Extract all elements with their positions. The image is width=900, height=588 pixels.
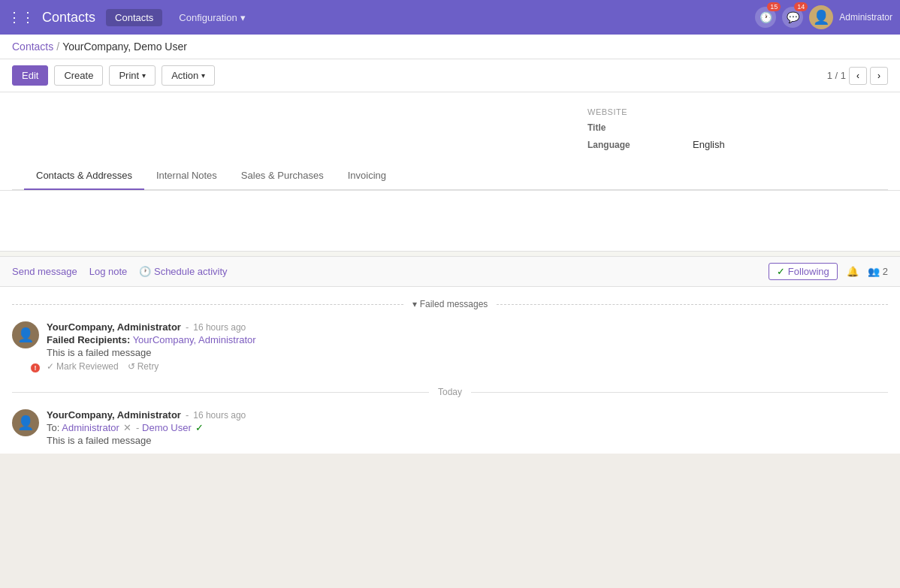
today-divider: Today: [12, 378, 888, 403]
left-form-section: [12, 107, 587, 153]
avatar: 👤: [12, 321, 39, 348]
print-button[interactable]: Print ▾: [109, 65, 156, 86]
message-to-line: To: Administrator ✕ - Demo User ✓: [47, 422, 888, 433]
next-page-button[interactable]: ›: [870, 67, 888, 85]
mark-reviewed-button[interactable]: ✓ Mark Reviewed: [47, 361, 119, 372]
failed-label: Failed Recipients:: [47, 334, 130, 345]
list-item: 👤 YourCompany, Administrator - 16 hours …: [12, 403, 888, 454]
failed-messages-toggle[interactable]: ▾ Failed messages: [403, 299, 497, 309]
message-avatar-container: 👤 !: [12, 321, 39, 372]
message-actions: ✓ Mark Reviewed ↺ Retry: [47, 361, 888, 372]
language-field-row: Language English: [587, 136, 888, 153]
website-label: Website: [587, 107, 888, 116]
breadcrumb-current: YourCompany, Demo User: [62, 41, 187, 53]
chatter-toolbar: Send message Log note 🕐 Schedule activit…: [0, 257, 900, 287]
message-content-2: YourCompany, Administrator - 16 hours ag…: [47, 409, 888, 448]
app-grid-icon[interactable]: ⋮⋮: [8, 9, 35, 26]
failed-messages-divider: ▾ Failed messages: [12, 287, 888, 315]
message-text: This is a failed message: [47, 347, 888, 358]
chevron-down-icon: ▾: [412, 299, 417, 309]
page-info: 1 / 1: [827, 70, 846, 81]
form-fields-row: Website Title Language English: [12, 101, 888, 156]
tab-contacts-addresses[interactable]: Contacts & Addresses: [24, 162, 144, 190]
form-header: Website Title Language English Contacts …: [0, 92, 900, 191]
toolbar: Edit Create Print ▾ Action ▾ 1 / 1 ‹ ›: [0, 59, 900, 92]
following-button[interactable]: ✓ Following: [769, 263, 838, 280]
error-badge-icon: !: [30, 363, 41, 373]
retry-button[interactable]: ↺ Retry: [128, 361, 159, 372]
breadcrumb-separator: /: [56, 41, 59, 53]
top-navigation: ⋮⋮ Contacts Contacts Configuration ▾ 🕐 1…: [0, 0, 900, 35]
retry-icon: ↺: [128, 361, 135, 372]
message-header-2: YourCompany, Administrator - 16 hours ag…: [47, 409, 888, 421]
clock-schedule-icon: 🕐: [139, 266, 151, 277]
breadcrumb: Contacts / YourCompany, Demo User: [0, 35, 900, 59]
to-demo-name[interactable]: Demo User: [142, 422, 192, 433]
nav-item-configuration[interactable]: Configuration ▾: [170, 9, 254, 26]
action-caret-icon: ▾: [201, 71, 205, 80]
message-author: YourCompany, Administrator: [47, 321, 181, 333]
failed-names[interactable]: YourCompany, Administrator: [133, 334, 256, 345]
title-field-row: Title: [587, 119, 888, 136]
message-author-2: YourCompany, Administrator: [47, 409, 181, 421]
chat-count: 14: [794, 2, 808, 11]
message-time: 16 hours ago: [193, 322, 246, 333]
message-text-2: This is a failed message: [47, 435, 888, 446]
chevron-down-icon: ▾: [240, 12, 246, 23]
message-dash-2: -: [186, 409, 189, 421]
main-content: Website Title Language English Contacts …: [0, 92, 900, 251]
create-button[interactable]: Create: [54, 65, 103, 86]
print-caret-icon: ▾: [142, 71, 146, 80]
to-check-icon: ✓: [195, 422, 204, 433]
prev-page-button[interactable]: ‹: [849, 67, 867, 85]
people-icon: 👥: [868, 266, 880, 277]
to-remove-admin-icon[interactable]: ✕: [123, 422, 131, 433]
to-admin-name[interactable]: Administrator: [62, 422, 119, 433]
language-value: English: [693, 139, 725, 150]
clock-badge[interactable]: 🕐 15: [755, 7, 776, 28]
clock-count: 15: [767, 2, 781, 11]
message-content: YourCompany, Administrator - 16 hours ag…: [47, 321, 888, 372]
edit-button[interactable]: Edit: [12, 65, 48, 86]
avatar: 👤: [12, 409, 39, 436]
user-name: Administrator: [839, 12, 892, 23]
action-button[interactable]: Action ▾: [162, 65, 215, 86]
to-label: To:: [47, 422, 59, 433]
check-small-icon: ✓: [47, 361, 54, 372]
check-icon: ✓: [777, 266, 785, 277]
chatter-body: ▾ Failed messages 👤 ! YourCompany, Admin…: [0, 287, 900, 454]
tab-content: [0, 191, 900, 251]
message-time-2: 16 hours ago: [193, 410, 246, 421]
title-label: Title: [587, 122, 693, 133]
avatar[interactable]: 👤: [809, 5, 833, 29]
failed-recipients-line: Failed Recipients: YourCompany, Administ…: [47, 334, 888, 345]
page-navigation: 1 / 1 ‹ ›: [827, 67, 888, 85]
nav-right: 🕐 15 💬 14 👤 Administrator: [755, 5, 892, 29]
language-label: Language: [587, 140, 693, 150]
list-item: 👤 ! YourCompany, Administrator - 16 hour…: [12, 315, 888, 378]
schedule-activity-button[interactable]: 🕐 Schedule activity: [139, 266, 227, 277]
nav-item-contacts[interactable]: Contacts: [106, 9, 162, 26]
right-form-section: Website Title Language English: [587, 107, 888, 153]
followers-count[interactable]: 👥 2: [868, 266, 888, 277]
bell-icon[interactable]: 🔔: [847, 266, 859, 277]
app-title: Contacts: [42, 10, 95, 26]
tab-invoicing[interactable]: Invoicing: [336, 162, 398, 190]
message-header: YourCompany, Administrator - 16 hours ag…: [47, 321, 888, 333]
log-note-button[interactable]: Log note: [89, 266, 128, 277]
chat-badge[interactable]: 💬 14: [782, 7, 803, 28]
form-tabs: Contacts & Addresses Internal Notes Sale…: [12, 162, 888, 190]
message-dash: -: [186, 321, 189, 333]
chatter-right: ✓ Following 🔔 👥 2: [769, 263, 888, 280]
breadcrumb-parent-link[interactable]: Contacts: [12, 41, 53, 53]
tab-sales-purchases[interactable]: Sales & Purchases: [229, 162, 336, 190]
toolbar-right: 1 / 1 ‹ ›: [827, 67, 888, 85]
chatter-separator: [0, 251, 900, 257]
message-avatar-container-2: 👤: [12, 409, 39, 448]
tab-internal-notes[interactable]: Internal Notes: [144, 162, 229, 190]
send-message-button[interactable]: Send message: [12, 266, 77, 277]
